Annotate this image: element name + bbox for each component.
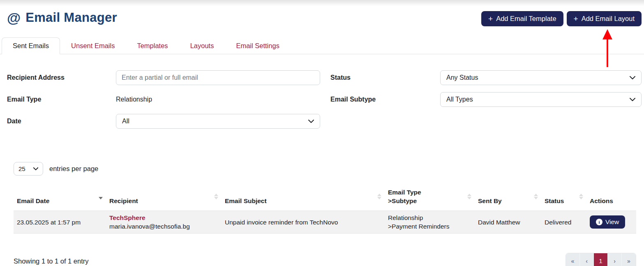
cell-email-type-subtype: Relationship >Payment Reminders (385, 211, 475, 234)
filter-row-recipient: Recipient Address (7, 70, 330, 85)
tab-layouts[interactable]: Layouts (179, 37, 225, 54)
recipient-address-input[interactable] (116, 70, 320, 85)
email-subtype-select[interactable]: All Types (440, 92, 642, 107)
header-buttons: + Add Email Template + Add Email Layout (481, 11, 642, 26)
chevron-down-icon (630, 76, 635, 80)
chevron-down-icon (33, 167, 38, 171)
column-header-email-type-subtype[interactable]: Email Type >Subtype (385, 176, 475, 211)
pagination-prev-button[interactable]: ‹ (580, 253, 594, 266)
add-email-template-label: Add Email Template (496, 15, 556, 23)
filter-row-status: Status Any Status (330, 70, 642, 85)
email-subtype-select-value: All Types (446, 96, 473, 103)
column-header-status[interactable]: Status (541, 176, 586, 211)
email-subtype-value: >Payment Reminders (388, 222, 471, 231)
plus-icon: + (574, 15, 578, 23)
column-header-sent-by[interactable]: Sent By (475, 176, 541, 211)
tab-templates[interactable]: Templates (126, 37, 179, 54)
sort-icon (377, 194, 381, 199)
plus-icon: + (488, 15, 493, 23)
filter-row-email-subtype: Email Subtype All Types (330, 92, 642, 107)
pagination: « ‹ 1 › » (566, 253, 636, 266)
date-label: Date (7, 118, 116, 125)
column-header-email-date[interactable]: Email Date (14, 176, 106, 211)
filter-column-right: Status Any Status Email Subtype All Type… (330, 70, 642, 136)
info-icon: i (596, 219, 602, 225)
cell-actions: i View (586, 211, 636, 234)
add-email-layout-label: Add Email Layout (582, 15, 635, 23)
email-manager-page: @ Email Manager + Add Email Template + A… (0, 0, 644, 266)
page-title: Email Manager (25, 10, 117, 25)
status-select[interactable]: Any Status (440, 70, 642, 85)
pagination-last-button[interactable]: » (622, 253, 636, 266)
column-header-recipient[interactable]: Recipient (106, 176, 222, 211)
table-header-row: Email Date Recipient Email Subject Email… (14, 176, 636, 211)
email-subtype-label: Email Subtype (330, 96, 440, 103)
status-label: Status (330, 74, 440, 81)
email-type-value: Relationship (116, 96, 152, 103)
column-header-email-subject[interactable]: Email Subject (222, 176, 385, 211)
sort-icon (467, 194, 471, 199)
title-wrap: @ Email Manager (7, 10, 117, 25)
cell-email-date: 23.05.2025 at 1:57 pm (14, 211, 106, 234)
table-row: 23.05.2025 at 1:57 pm TechSphere maria.i… (14, 211, 636, 234)
cell-email-subject: Unpaid invoice reminder from TechNovo (222, 211, 385, 234)
table-footer: Showing 1 to 1 of 1 entry « ‹ 1 › » (14, 253, 636, 266)
filter-row-date: Date All (7, 114, 330, 129)
tab-unsent-emails[interactable]: Unsent Emails (60, 37, 126, 54)
status-select-value: Any Status (446, 74, 478, 81)
add-email-layout-button[interactable]: + Add Email Layout (567, 11, 642, 26)
sort-icon (534, 194, 538, 199)
tab-email-settings[interactable]: Email Settings (225, 37, 290, 54)
recipient-address-label: Recipient Address (7, 74, 116, 81)
add-email-template-button[interactable]: + Add Email Template (481, 11, 563, 26)
sent-emails-table: Email Date Recipient Email Subject Email… (14, 176, 636, 234)
pagination-page-1[interactable]: 1 (594, 253, 608, 266)
filter-column-left: Recipient Address Email Type Relationshi… (7, 70, 330, 136)
email-at-icon: @ (7, 11, 21, 25)
page-header: @ Email Manager + Add Email Template + A… (0, 0, 644, 26)
sort-desc-icon (99, 194, 103, 199)
tab-bar: Sent Emails Unsent Emails Templates Layo… (0, 37, 644, 54)
view-button[interactable]: i View (590, 215, 625, 229)
sort-icon (214, 194, 218, 199)
view-button-label: View (605, 218, 619, 226)
date-select-value: All (122, 118, 129, 125)
cell-recipient: TechSphere maria.ivanova@techsofia.bg (106, 211, 222, 234)
recipient-name-link[interactable]: TechSphere (109, 213, 218, 222)
sort-icon (579, 194, 583, 199)
entries-per-page-label: entries per page (49, 165, 98, 173)
email-type-label: Email Type (7, 96, 116, 103)
pagination-next-button[interactable]: › (608, 253, 622, 266)
tab-sent-emails[interactable]: Sent Emails (2, 37, 60, 54)
email-type-value: Relationship (388, 213, 471, 222)
recipient-email: maria.ivanova@techsofia.bg (109, 222, 218, 231)
entries-per-page-row: 25 entries per page (14, 162, 644, 176)
chevron-down-icon (630, 98, 635, 102)
page-size-select[interactable]: 25 (14, 162, 43, 176)
pagination-first-button[interactable]: « (566, 253, 580, 266)
date-select[interactable]: All (116, 114, 320, 129)
cell-status: Delivered (541, 211, 586, 234)
filter-row-email-type: Email Type Relationship (7, 92, 330, 107)
column-header-actions: Actions (586, 176, 636, 211)
showing-entries-text: Showing 1 to 1 of 1 entry (14, 257, 89, 265)
page-size-value: 25 (18, 165, 25, 172)
filter-panel: Recipient Address Email Type Relationshi… (0, 54, 644, 136)
chevron-down-icon (308, 120, 314, 123)
cell-sent-by: David Matthew (475, 211, 541, 234)
